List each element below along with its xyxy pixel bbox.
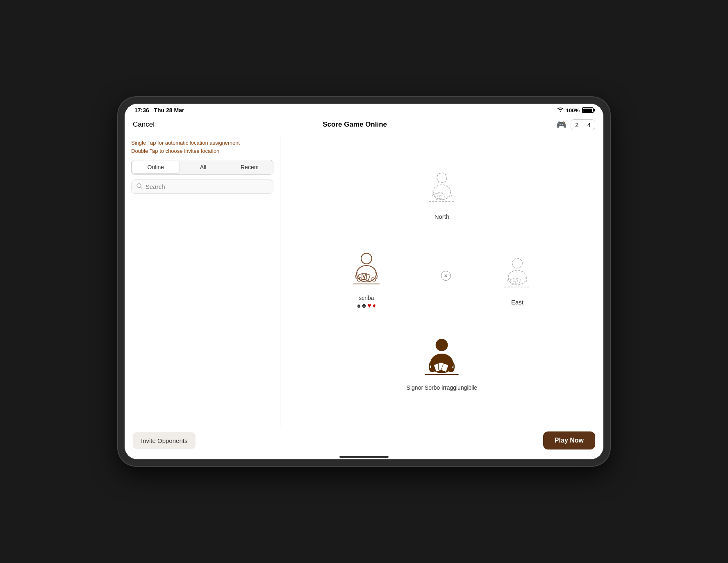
west-figure (346, 251, 387, 292)
play-now-button[interactable]: Play Now (543, 431, 595, 449)
invite-opponents-button[interactable]: Invite Opponents (133, 432, 196, 449)
north-label: North (435, 213, 450, 220)
tab-online[interactable]: Online (132, 161, 179, 173)
svg-line-1 (141, 187, 142, 188)
east-label: East (511, 299, 523, 306)
player-north[interactable]: North (421, 170, 462, 220)
north-figure (421, 170, 462, 211)
south-name: Signor Sorbo irraggiungibile (407, 384, 478, 391)
score-left: 2 (571, 120, 583, 130)
page-title: Score Game Online (323, 120, 387, 129)
spade-icon: ♠ (357, 302, 361, 309)
status-time: 17:36 Thu 28 Mar (134, 107, 184, 114)
west-suits: ♠ ♣ ♥ ♦ (357, 302, 376, 309)
svg-rect-5 (438, 193, 442, 198)
hint-text: Single Tap for automatic location assign… (131, 139, 273, 155)
player-west[interactable]: scriba ♠ ♣ ♥ ♦ (346, 251, 387, 309)
wifi-icon (557, 107, 564, 114)
remove-button[interactable] (441, 271, 451, 281)
svg-point-24 (436, 339, 448, 351)
battery-text: 100% (566, 107, 580, 114)
device-screen: 17:36 Thu 28 Mar 100% (125, 104, 603, 459)
svg-rect-22 (515, 278, 520, 285)
west-name: scriba (359, 295, 374, 301)
hint-line1: Single Tap for automatic location assign… (131, 139, 273, 147)
segment-control: Online All Recent (131, 160, 273, 175)
svg-point-18 (512, 259, 522, 268)
diamond-icon: ♦ (373, 302, 376, 309)
club-icon: ♣ (362, 302, 366, 309)
cancel-button[interactable]: Cancel (133, 120, 155, 129)
heart-icon: ♥ (367, 302, 371, 309)
svg-rect-12 (364, 274, 370, 281)
score-right: 4 (583, 120, 595, 130)
main-content: Single Tap for automatic location assign… (125, 134, 603, 427)
player-south[interactable]: Signor Sorbo irraggiungibile (407, 337, 478, 391)
svg-point-2 (437, 173, 447, 183)
player-east[interactable]: East (497, 255, 538, 306)
search-box (131, 179, 273, 194)
score-badge: 2 4 (571, 119, 595, 130)
right-panel: North (280, 134, 603, 427)
time: 17:36 (134, 107, 149, 114)
hint-line2: Double Tap to choose invitee location (131, 147, 273, 155)
home-indicator (339, 456, 389, 458)
svg-point-0 (137, 184, 141, 188)
svg-point-8 (361, 253, 372, 264)
home-indicator-container (125, 456, 603, 459)
east-figure (497, 255, 538, 296)
battery-icon (582, 107, 594, 113)
status-bar: 17:36 Thu 28 Mar 100% (125, 104, 603, 115)
left-panel: Single Tap for automatic location assign… (125, 134, 280, 427)
search-input[interactable] (146, 183, 268, 190)
game-board: North (335, 170, 548, 391)
search-icon (136, 183, 142, 190)
robot-icon: 🎮 (555, 118, 567, 131)
svg-rect-21 (513, 278, 517, 284)
south-figure (419, 337, 464, 382)
date: Thu 28 Mar (154, 107, 184, 114)
svg-rect-6 (439, 193, 445, 200)
tab-all[interactable]: All (180, 160, 227, 174)
nav-bar: Cancel Score Game Online 🎮 2 4 (125, 115, 603, 134)
tab-recent[interactable]: Recent (226, 160, 273, 174)
nav-right-controls: 🎮 2 4 (555, 118, 595, 131)
device-frame: 17:36 Thu 28 Mar 100% (118, 97, 610, 466)
bottom-bar: Invite Opponents Play Now (125, 427, 603, 456)
status-right: 100% (557, 107, 594, 114)
